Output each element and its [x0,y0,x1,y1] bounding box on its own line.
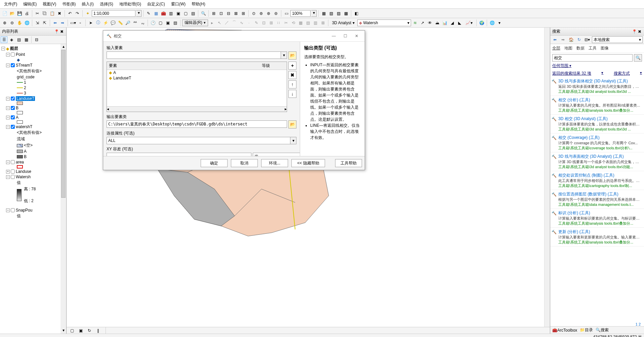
collapse-icon[interactable]: − [1,47,5,50]
snappou-checkbox[interactable] [11,208,15,212]
edit-tool-icon11[interactable]: ✂ [283,20,289,26]
sym-a[interactable] [17,120,23,124]
home-icon[interactable]: 🏠 [568,36,574,43]
menu-selection[interactable]: 选择(S) [97,1,116,8]
collapse-icon[interactable]: − [6,209,10,212]
edit-tool-icon12[interactable]: ⟲ [290,20,297,26]
surface-icon2[interactable]: ◣ [456,20,463,26]
search-result-item[interactable]: 🔨 相交处设置控制点 (制图) (工具) 此工具通常用于同步相邻面上的边界符号系… [550,171,644,190]
toolbox-icon[interactable]: 🧰 [160,10,167,17]
collapse-icon[interactable]: − [6,53,10,57]
layer-landuset[interactable]: LanduseT [16,96,35,101]
edit-tool-icon4[interactable]: ⌒ [231,20,238,26]
paste-icon[interactable]: 📋 [49,10,55,17]
sym-area[interactable] [17,165,23,168]
layers-root[interactable]: 图层 [10,46,18,51]
search-result-item[interactable]: 🔨 相交 (分析) (工具) 计算输入要素的几何交集。所有图层和/或要素类...… [550,96,644,115]
sort-mode[interactable]: 搜索方式 [614,71,630,76]
search-result-item[interactable]: 🔨 按位置选择图层 (数据管理) (工具) 根据与另一个图层中的要素的空间关系来… [550,190,644,209]
modelbuilder-icon[interactable]: ▣ [175,10,182,17]
forward-icon[interactable]: ➡ [560,36,566,43]
snap-icon[interactable]: ⊙ [250,10,257,17]
full-extent-icon[interactable]: 🌐 [24,20,30,26]
browse-button[interactable]: 📂 [288,120,296,128]
results-count[interactable]: 返回的搜索结果 32 项 [552,71,591,76]
scale-dropdown-icon[interactable]: ▾ [136,10,142,17]
zoom-out-icon[interactable]: ⊖ [9,20,15,26]
search-scope-link[interactable]: 任何范围 ▾ [550,63,644,70]
menu-bookmarks[interactable]: 书签(B) [59,1,78,8]
output-fc-input[interactable] [107,120,287,128]
delete-icon[interactable]: ✖ [56,10,63,17]
pagination[interactable]: 1 2 [636,322,641,326]
minimize-icon[interactable]: — [329,33,338,39]
find-icon[interactable]: 🔎 [124,20,131,26]
collapse-icon[interactable]: − [6,106,10,110]
fixed-zoom-in-icon[interactable]: ⇲ [34,20,41,26]
search-results[interactable]: 🔨 3D 线与多面体相交 (3D Analyst) (工具) 返回 3D 线和多… [550,77,644,326]
pin-icon[interactable]: 📍 [632,29,637,34]
sym-empty[interactable] [17,144,23,147]
line-of-sight-icon[interactable]: 👁 [427,20,433,26]
collapse-icon[interactable]: − [6,97,10,101]
features-list[interactable]: ◆A ◆LanduseT [107,70,287,106]
arcscene-icon[interactable]: 🌐 [489,20,495,26]
new-icon[interactable]: 📄 [1,10,8,17]
point-checkbox[interactable] [11,52,15,57]
watersh-checkbox[interactable] [11,175,15,179]
layer-a[interactable]: A [16,115,18,120]
zoom-pct-dropdown-icon[interactable]: ▾ [311,10,317,17]
dropdown-icon[interactable]: ▾ [290,137,296,144]
fixed-zoom-out-icon[interactable]: ⇱ [41,20,48,26]
search-result-item[interactable]: 🔨 标识 (分析) (工具) 计算输入要素和标识要素的几何交集。与标识要素...… [550,209,644,228]
collapse-icon[interactable]: − [6,64,10,67]
dialog-help[interactable]: 输出类型 (可选) 选择要查找的相交类型。 INPUT—所返回的相交要素的几何类… [300,42,365,156]
search-result-item[interactable]: 🔨 3D 线与表面相交 (3D Analyst) (工具) 计算 3D 线要素与… [550,152,644,171]
remove-button[interactable]: ✖ [288,71,296,79]
menu-customize[interactable]: 自定义(C) [145,1,168,8]
edit-tool-icon[interactable]: ▸ [209,20,215,26]
move-up-button[interactable]: ↑ [288,80,296,88]
edit-tool-icon9[interactable]: ⊞ [268,20,275,26]
layer-area[interactable]: area [16,160,24,164]
zoom-pct-input[interactable] [290,10,311,17]
refresh-icon[interactable]: ↻ [86,327,93,334]
edit-tool-icon2[interactable]: ↖ [216,20,223,26]
close-icon[interactable]: ✖ [59,29,64,34]
maximize-icon[interactable]: ☐ [340,33,350,39]
close-icon[interactable]: ✕ [352,33,361,39]
pin-icon[interactable]: 📍 [54,29,59,34]
xy-tol-input[interactable] [107,153,251,156]
layer-snappou[interactable]: SnapPou [16,208,32,213]
feature-row[interactable]: ◆LanduseT [107,75,287,81]
a-checkbox[interactable] [11,115,15,119]
select-features-icon[interactable]: ▭▾ [70,20,76,26]
add-button[interactable]: + [288,62,296,70]
snap-icon4[interactable]: ⊜ [273,10,279,17]
table-icon[interactable]: ▦ [153,10,159,17]
options-icon[interactable]: ⊟ [33,36,40,43]
sym-landuset[interactable] [17,102,23,105]
save-icon[interactable]: 💾 [16,10,23,17]
b-checkbox[interactable] [11,106,15,110]
tab-images[interactable]: 图像 [601,45,609,51]
layout-icon3[interactable]: ▨ [335,10,342,17]
layer-watersht[interactable]: watershT [16,124,32,129]
menu-help[interactable]: 帮助(H) [189,1,208,8]
streamt-checkbox[interactable] [11,63,15,67]
landuset-checkbox[interactable] [11,97,15,101]
measure-icon[interactable]: 📏 [117,20,124,26]
tab-all[interactable]: 全部 [552,45,560,51]
time-slider-icon[interactable]: 🕐 [150,20,156,26]
arcglobe-icon[interactable]: 🌍 [478,20,485,26]
print-icon[interactable]: 🖨 [24,10,30,17]
edit-tool-icon8[interactable]: ⊡ [260,20,267,26]
edit-tool-icon14[interactable]: ▤ [305,20,312,26]
snap-icon2[interactable]: ⊚ [258,10,265,17]
edit-tool-icon10[interactable]: ∷ [275,20,282,26]
layer-point[interactable]: Point [16,52,25,57]
toc-scrollbar[interactable]: ▴▾ [61,44,66,334]
clear-selection-icon[interactable]: ▫ [77,20,84,26]
menu-window[interactable]: 窗口(W) [168,1,188,8]
search-result-item[interactable]: 🔨 3D 线与多面体相交 (3D Analyst) (工具) 返回 3D 线和多… [550,77,644,96]
